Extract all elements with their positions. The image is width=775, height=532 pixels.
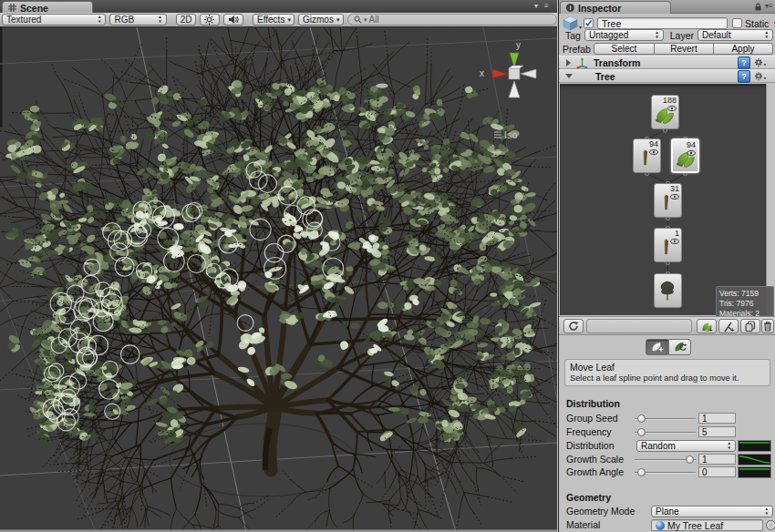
scene-toolbar: Textured RGB 2D Effects▾ Gizmos▾ ▾ — [0, 13, 557, 27]
tab-scene[interactable]: Scene — [2, 1, 93, 14]
stats-tris: Tris: 7976 — [719, 299, 770, 309]
material-value: My Tree Leaf — [667, 520, 723, 531]
eye-icon[interactable] — [670, 194, 679, 200]
shading-mode-dropdown[interactable]: Textured — [2, 14, 106, 26]
eye-icon[interactable] — [649, 149, 658, 155]
growth-scale-slider[interactable] — [635, 455, 696, 464]
layer-dropdown[interactable]: Default — [698, 29, 773, 41]
growth-angle-slider[interactable] — [635, 468, 696, 476]
scene-search-input[interactable]: ▾ All — [347, 14, 557, 26]
geometry-mode-value: Plane — [656, 506, 679, 517]
material-object-field[interactable]: My Tree Leaf — [651, 519, 763, 531]
distribution-curve-preview[interactable] — [738, 440, 771, 452]
material-object-picker[interactable] — [766, 520, 775, 530]
growth-scale-curve-preview[interactable] — [738, 454, 771, 466]
node-branch-group-31[interactable]: 31 — [654, 183, 682, 218]
tree-component-header[interactable]: Tree ? — [559, 69, 775, 83]
node-branch-group-94[interactable]: 94 — [633, 138, 661, 173]
node-tree-root[interactable] — [654, 273, 682, 308]
delete-node-button[interactable] — [761, 319, 774, 333]
group-seed-slider[interactable] — [635, 414, 696, 423]
tag-label: Tag — [565, 30, 581, 41]
leaf-tool-toggle-group — [646, 339, 691, 355]
gizmos-dropdown[interactable]: Gizmos▾ — [298, 14, 344, 26]
caret-down-icon: ▾ — [364, 17, 367, 23]
node-count: 94 — [687, 140, 696, 149]
tool-help-box: Move Leaf Select a leaf spline point and… — [564, 359, 770, 386]
duplicate-node-button[interactable] — [740, 319, 760, 333]
node-branch-group-1[interactable]: 1 — [654, 228, 682, 262]
growth-angle-value-text: 0 — [702, 467, 708, 477]
render-channel-dropdown[interactable]: RGB — [109, 14, 166, 26]
tree-node-editor[interactable]: 188 94 94 31 1 — [560, 84, 767, 315]
transform-component-header[interactable]: Transform ? — [559, 56, 775, 69]
gizmo-iso-label: Iso — [504, 129, 518, 140]
tab-inspector[interactable]: i Inspector — [560, 1, 671, 14]
tool-title: Move Leaf — [570, 362, 765, 373]
eye-icon[interactable] — [670, 239, 679, 244]
audio-toggle-button[interactable] — [223, 14, 243, 26]
updown-icon — [98, 15, 102, 23]
scene-pane-menu-icon[interactable]: ≡ — [544, 3, 549, 10]
duplicate-icon — [745, 321, 756, 332]
lighting-toggle-button[interactable] — [200, 14, 220, 26]
tree-settings-gear-icon[interactable] — [754, 71, 767, 81]
distribution-mode-dropdown[interactable]: Random — [636, 440, 736, 452]
growth-scale-value[interactable]: 1 — [698, 454, 736, 465]
growth-angle-value[interactable]: 0 — [698, 466, 736, 477]
layer-value: Default — [702, 30, 731, 40]
node-leaf-group-188[interactable]: 188 — [651, 95, 679, 129]
add-leaf-icon: + — [700, 321, 713, 332]
prefab-apply-button[interactable]: Apply — [714, 43, 773, 55]
foldout-collapsed-icon[interactable] — [566, 59, 571, 66]
static-checkbox[interactable] — [732, 18, 742, 28]
node-count: 31 — [670, 184, 679, 193]
transform-icon — [576, 56, 588, 68]
geometry-header: Geometry — [566, 492, 611, 503]
speaker-icon — [228, 15, 239, 25]
geometry-mode-label: Geometry Mode — [566, 506, 635, 517]
unity-editor-window: Scene ▾ ≡ Textured RGB 2D Effects▾ — [0, 0, 775, 532]
gizmo-y-label: y — [516, 40, 521, 50]
add-branch-group-button[interactable]: + — [718, 319, 739, 333]
eye-icon[interactable] — [667, 106, 677, 111]
prefab-revert-label: Revert — [670, 44, 697, 54]
refresh-icon — [568, 321, 579, 332]
refresh-button[interactable] — [563, 319, 584, 333]
transform-settings-gear-icon[interactable] — [754, 57, 767, 67]
frequency-slider[interactable] — [635, 428, 696, 436]
effects-dropdown[interactable]: Effects▾ — [253, 14, 294, 26]
inspector-menu-icon[interactable]: ▾≡ — [765, 3, 773, 10]
render-channel-label: RGB — [114, 15, 134, 25]
move-leaf-tool-button[interactable] — [646, 339, 668, 355]
geometry-header-label: Geometry — [566, 492, 611, 503]
node-editor-toolbar: + + — [559, 316, 775, 335]
frequency-value[interactable]: 5 — [698, 426, 736, 437]
search-value: All — [369, 15, 379, 25]
updown-icon — [764, 507, 769, 515]
2d-toggle-button[interactable]: 2D — [176, 14, 197, 26]
gameobject-name-field[interactable]: Tree — [597, 17, 728, 29]
add-leaf-group-button[interactable]: + — [697, 319, 717, 333]
scene-pane-dropdown-icon[interactable]: ▾ — [534, 3, 538, 10]
effects-label: Effects — [257, 15, 284, 25]
scene-viewport[interactable]: y x Iso — [0, 27, 557, 532]
foldout-expanded-icon[interactable] — [565, 74, 573, 78]
tag-dropdown[interactable]: Untagged — [584, 29, 664, 41]
check-icon — [584, 19, 593, 27]
node-leaf-group-94-selected[interactable]: 94 — [671, 138, 699, 173]
geometry-mode-dropdown[interactable]: Plane — [651, 506, 773, 517]
growth-angle-curve-preview[interactable] — [738, 466, 771, 478]
gameobject-active-checkbox[interactable] — [584, 18, 594, 28]
group-seed-value[interactable]: 1 — [698, 413, 736, 424]
trash-icon — [763, 321, 772, 332]
eye-icon[interactable] — [687, 150, 696, 156]
prefab-revert-button[interactable]: Revert — [655, 43, 714, 55]
tree-help-icon[interactable]: ? — [738, 70, 750, 83]
transform-help-icon[interactable]: ? — [738, 56, 750, 69]
lock-icon[interactable] — [754, 3, 762, 11]
rotate-leaf-tool-button[interactable] — [668, 339, 691, 355]
prefab-select-button[interactable]: Select — [594, 43, 655, 55]
group-seed-value-text: 1 — [702, 414, 708, 424]
gizmo-cube[interactable] — [509, 68, 520, 79]
